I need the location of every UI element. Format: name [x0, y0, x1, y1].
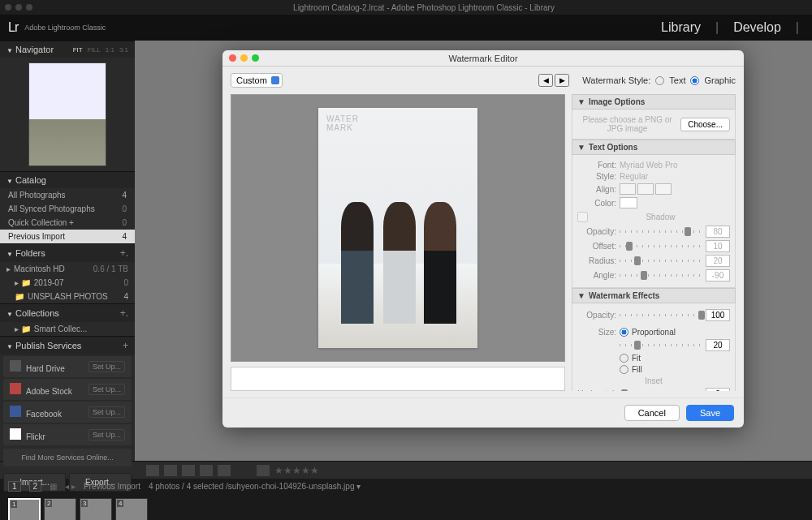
rating-stars[interactable]: ★★★★★ [274, 465, 319, 476]
color-swatch [620, 197, 637, 208]
catalog-row[interactable]: Quick Collection +0 [0, 216, 135, 230]
text-options-header[interactable]: ▼Text Options [572, 140, 736, 155]
add-collection-icon[interactable]: +. [120, 307, 128, 319]
catalog-row-selected[interactable]: Previous Import4 [0, 230, 135, 243]
catalog-header[interactable]: ▼ Catalog [0, 171, 135, 188]
publish-service[interactable]: FlickrSet Up... [3, 424, 132, 445]
zoom-icon[interactable] [26, 4, 32, 11]
minimize-icon[interactable] [15, 4, 22, 11]
divider: | [710, 20, 723, 35]
watermark-editor-dialog: Watermark Editor Custom ◀ ▶ Watermark St… [222, 50, 744, 428]
setup-button[interactable]: Set Up... [89, 429, 125, 440]
size-fill-radio[interactable] [620, 365, 628, 374]
people-view-icon[interactable] [218, 465, 231, 476]
find-more-services[interactable]: Find More Services Online... [3, 449, 132, 466]
add-publish-icon[interactable]: + [123, 340, 128, 351]
save-button[interactable]: Save [686, 405, 734, 421]
prev-photo-button[interactable]: ◀ [538, 74, 553, 87]
next-photo-button[interactable]: ▶ [555, 74, 569, 87]
style-text-radio[interactable] [655, 76, 664, 85]
selection-info: 4 photos / 4 selected /suhyeon-choi-1049… [149, 482, 361, 491]
size-fit-radio[interactable] [620, 354, 628, 363]
thumbnail[interactable]: 2 [44, 498, 76, 520]
size-slider[interactable] [620, 344, 702, 346]
folder-row[interactable]: ▸ 📁 2019-070 [0, 276, 135, 290]
publish-service[interactable]: FacebookSet Up... [3, 402, 132, 423]
watermark-text-input[interactable] [231, 367, 565, 391]
zoom-icon[interactable] [252, 54, 259, 62]
font-select: Myriad Web Pro [620, 161, 730, 170]
preset-select[interactable]: Custom [231, 73, 283, 88]
grid-view-icon[interactable] [146, 465, 159, 476]
screen-1[interactable]: 1 [8, 481, 21, 492]
align-buttons [620, 183, 672, 195]
app-logo: Lr [8, 20, 18, 35]
navigator-header[interactable]: ▼ Navigator FIT FILL 1:1 3:1 [0, 41, 135, 58]
opacity-input[interactable] [706, 309, 730, 321]
nav-1to1[interactable]: 1:1 [106, 46, 114, 54]
collections-header[interactable]: ▼ Collections+. [0, 303, 135, 322]
minimize-icon[interactable] [240, 54, 248, 62]
watermark-overlay: WATERMARK [326, 114, 359, 132]
style-graphic-radio[interactable] [690, 76, 699, 85]
module-library[interactable]: Library [656, 20, 706, 35]
opacity-slider[interactable] [620, 314, 702, 316]
size-proportional-radio[interactable] [620, 328, 628, 337]
publish-header[interactable]: ▼ Publish Services+ [0, 336, 135, 355]
cancel-button[interactable]: Cancel [624, 405, 680, 421]
compare-view-icon[interactable] [182, 465, 195, 476]
publish-service[interactable]: Hard DriveSet Up... [3, 356, 132, 377]
flickr-icon [10, 428, 21, 440]
catalog-list: All Photographs4 All Synced Photographs0… [0, 188, 135, 243]
thumbnail[interactable]: 4 [115, 498, 148, 520]
source-label[interactable]: Previous Import [84, 482, 140, 491]
app-header: Lr Adobe Lightroom Classic Library | Dev… [0, 15, 812, 41]
nav-fill[interactable]: FILL [88, 46, 101, 54]
close-icon[interactable] [5, 4, 11, 11]
catalog-row[interactable]: All Synced Photographs0 [0, 202, 135, 216]
shadow-checkbox [577, 212, 588, 222]
preview-stage: WATERMARK [231, 94, 565, 362]
module-picker: Library | Develop | [656, 20, 804, 35]
collection-row[interactable]: ▸ 📁 Smart Collec... [0, 322, 135, 336]
add-folder-icon[interactable]: +. [120, 247, 128, 259]
volume-row[interactable]: ▸ Macintosh HD0.6 / 1 TB [0, 262, 135, 276]
nav-fit[interactable]: FIT [73, 46, 83, 54]
watermark-style-label: Watermark Style: [582, 75, 650, 85]
sort-icon[interactable] [257, 465, 270, 476]
folder-row[interactable]: 📁 UNSPLASH PHOTOS4 [0, 290, 135, 303]
style-select: Regular [620, 172, 730, 181]
survey-view-icon[interactable] [200, 465, 213, 476]
divider: | [791, 20, 804, 35]
filmstrip: 1 2 3 4 [0, 493, 812, 520]
thumbnail[interactable]: 1 [8, 498, 41, 520]
shadow-angle-slider [620, 274, 702, 277]
catalog-row[interactable]: All Photographs4 [0, 188, 135, 202]
setup-button[interactable]: Set Up... [89, 406, 125, 418]
facebook-icon [10, 406, 21, 417]
grid-icon[interactable]: ▦ [50, 482, 57, 491]
loupe-view-icon[interactable] [164, 465, 177, 476]
setup-button[interactable]: Set Up... [89, 384, 125, 395]
watermark-effects-header[interactable]: ▼Watermark Effects [572, 288, 736, 303]
module-develop[interactable]: Develop [728, 20, 786, 35]
folders-header[interactable]: ▼ Folders+. [0, 243, 135, 262]
dialog-title: Watermark Editor [448, 54, 517, 63]
traffic-lights[interactable] [5, 4, 32, 11]
left-panel: ▼ Navigator FIT FILL 1:1 3:1 ▼ Catalog A… [0, 41, 135, 461]
dialog-titlebar: Watermark Editor [222, 50, 744, 67]
setup-button[interactable]: Set Up... [89, 361, 125, 372]
inset-horizontal-input[interactable] [706, 388, 730, 391]
nav-3to1[interactable]: 3:1 [119, 46, 128, 54]
screen-2[interactable]: 2 [29, 481, 42, 492]
close-icon[interactable] [229, 54, 236, 62]
publish-service[interactable]: Adobe StockSet Up... [3, 379, 132, 400]
image-options-header[interactable]: ▼Image Options [572, 94, 736, 110]
nav-arrows[interactable]: ◂ ▸ [65, 482, 76, 491]
thumbnail[interactable]: 3 [80, 498, 112, 520]
choose-image-button[interactable]: Choose... [680, 118, 730, 131]
adobestock-icon [10, 383, 21, 394]
navigator-preview[interactable] [0, 58, 135, 171]
shadow-radius-slider [620, 260, 702, 262]
size-input[interactable] [706, 339, 730, 351]
